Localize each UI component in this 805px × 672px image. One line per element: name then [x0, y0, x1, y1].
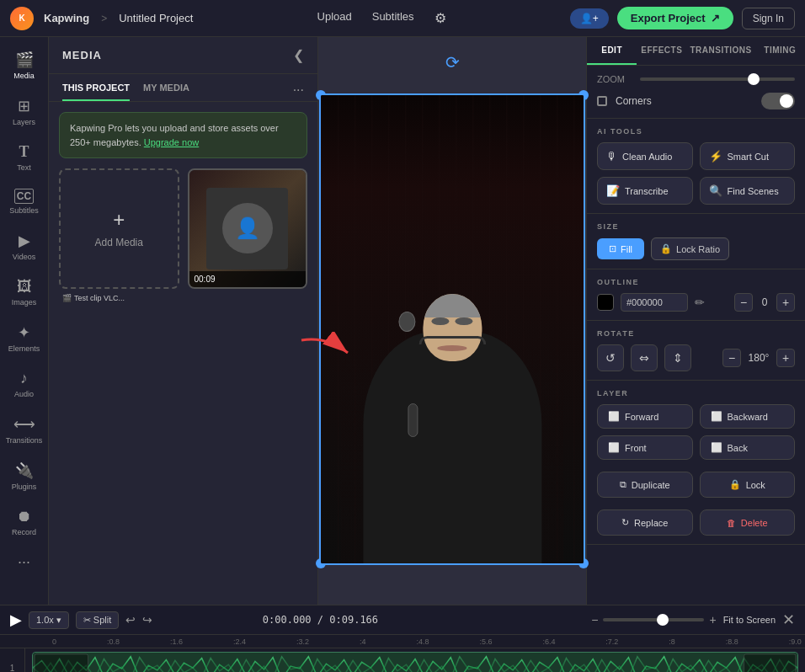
forward-icon: ⬜ — [608, 411, 620, 422]
media-more-icon[interactable]: ··· — [293, 83, 304, 101]
rotate-increase-button[interactable]: + — [776, 349, 795, 367]
rotate-decrease-button[interactable]: − — [722, 349, 741, 367]
media-duration: 00:09 — [195, 275, 301, 284]
sidebar-item-videos[interactable]: ▶ Videos — [3, 225, 45, 268]
fit-to-screen-button[interactable]: Fit to Screen — [723, 615, 776, 625]
subtitles-nav[interactable]: Subtitles — [372, 10, 414, 26]
tab-transitions[interactable]: TRANSITIONS — [686, 37, 754, 65]
tab-edit[interactable]: EDIT — [587, 37, 637, 65]
sidebar-item-images[interactable]: 🖼 Images — [3, 271, 45, 313]
corners-indicator — [597, 96, 607, 106]
media-panel: MEDIA ❮ THIS PROJECT MY MEDIA ··· Kapwin… — [49, 37, 318, 605]
sidebar-item-label: Transitions — [6, 436, 43, 445]
add-media-button[interactable]: + Add Media — [59, 168, 179, 289]
rotate-value: 180° — [744, 352, 773, 364]
rotate-row: ↺ ⇔ ⇕ − 180° + — [597, 344, 795, 371]
fill-button[interactable]: ⊡ Fill — [597, 238, 644, 259]
corners-toggle-thumb — [780, 94, 793, 108]
forward-button[interactable]: ⬜ Forward — [597, 404, 693, 429]
undo-button[interactable]: ↩ — [125, 613, 136, 627]
track-number-label: 1 — [0, 648, 25, 672]
lock-ratio-button[interactable]: 🔒 Lock Ratio — [651, 237, 729, 260]
outline-color-swatch[interactable] — [597, 294, 614, 311]
tab-this-project[interactable]: THIS PROJECT — [62, 83, 130, 101]
transcribe-button[interactable]: 📝 Transcribe — [597, 177, 693, 205]
redo-button[interactable]: ↪ — [142, 613, 152, 627]
ruler-mark: :8 — [669, 637, 675, 646]
canvas-container[interactable] — [321, 95, 584, 563]
signin-button[interactable]: Sign In — [742, 8, 795, 29]
right-panel-tabs: EDIT EFFECTS TRANSITIONS TIMING — [587, 37, 805, 66]
front-button[interactable]: ⬜ Front — [597, 435, 693, 460]
settings-icon[interactable]: ⚙ — [434, 10, 446, 26]
topbar: K Kapwing > Untitled Project Upload Subt… — [0, 0, 805, 37]
sidebar-item-audio[interactable]: ♪ Audio — [3, 363, 45, 405]
outline-title: OUTLINE — [597, 278, 795, 286]
smart-cut-button[interactable]: ⚡ Smart Cut — [700, 142, 796, 170]
media-panel-title: MEDIA — [62, 49, 102, 61]
upgrade-link[interactable]: Upgrade now — [144, 137, 199, 147]
rotate-reset-button[interactable]: ↺ — [597, 344, 624, 371]
sidebar-item-transitions[interactable]: ⟷ Transitions — [3, 408, 45, 451]
sidebar-item-elements[interactable]: ✦ Elements — [3, 317, 45, 360]
sidebar-item-layers[interactable]: ⊞ Layers — [3, 90, 45, 133]
record-icon: ⏺ — [17, 508, 32, 525]
corners-toggle[interactable] — [761, 93, 795, 109]
outline-increase-button[interactable]: + — [776, 293, 795, 312]
media-tabs: THIS PROJECT MY MEDIA ··· — [49, 74, 317, 102]
export-button[interactable]: Export Project ↗ — [617, 7, 733, 29]
clean-audio-button[interactable]: 🎙 Clean Audio — [597, 142, 693, 170]
outline-section: OUTLINE ✏ − 0 + — [587, 269, 805, 321]
media-panel-collapse-button[interactable]: ❮ — [293, 47, 304, 63]
rotate-title: ROTATE — [597, 329, 795, 338]
outline-hex-input[interactable] — [621, 293, 688, 312]
ruler-marks: 0 :0.8 :1.6 :2.4 :3.2 :4 :4.8 :5.6 :6.4 … — [49, 637, 805, 646]
media-thumb-overlay: 00:09 — [189, 271, 307, 287]
sidebar-item-text[interactable]: T Text — [3, 136, 45, 179]
replace-button[interactable]: ↻ Replace — [597, 509, 693, 536]
lock-button[interactable]: 🔒 Lock — [700, 472, 796, 498]
find-scenes-button[interactable]: 🔍 Find Scenes — [700, 177, 796, 205]
zoom-slider[interactable] — [640, 77, 795, 81]
ruler-mark: :5.6 — [479, 637, 492, 646]
layers-icon: ⊞ — [18, 97, 30, 115]
sidebar-item-media[interactable]: 🎬 Media — [3, 44, 45, 87]
size-section: SIZE ⊡ Fill 🔒 Lock Ratio — [587, 214, 805, 269]
back-button[interactable]: ⬜ Back — [700, 435, 796, 460]
duplicate-button[interactable]: ⧉ Duplicate — [597, 472, 693, 498]
timeline-tracks: 1 — [0, 648, 805, 672]
sidebar-item-subtitles[interactable]: CC Subtitles — [3, 182, 45, 221]
flip-horizontal-button[interactable]: ⇔ — [631, 344, 658, 371]
sidebar-item-label: Audio — [14, 390, 34, 398]
sidebar-item-label: Layers — [13, 118, 35, 126]
tab-timing[interactable]: TIMING — [755, 37, 805, 65]
upload-nav[interactable]: Upload — [317, 10, 352, 26]
play-button[interactable]: ▶ — [10, 611, 22, 629]
delete-button[interactable]: 🗑 Delete — [700, 509, 796, 536]
sidebar-item-record[interactable]: ⏺ Record — [3, 501, 45, 543]
lock-icon: 🔒 — [729, 479, 741, 490]
kapwing-logo[interactable]: K — [10, 7, 34, 30]
media-thumbnail[interactable]: 👤 00:09 — [188, 168, 308, 289]
sidebar-item-label: Images — [12, 298, 37, 307]
collab-button[interactable]: 👤+ — [570, 8, 609, 29]
split-button[interactable]: ✂ Split — [76, 611, 119, 629]
sidebar-item-more[interactable]: ··· — [3, 547, 45, 578]
zoom-out-icon[interactable]: − — [591, 613, 598, 627]
tab-effects[interactable]: EFFECTS — [637, 37, 686, 65]
topbar-right: 👤+ Export Project ↗ Sign In — [570, 7, 795, 29]
tab-my-media[interactable]: MY MEDIA — [143, 83, 189, 101]
outline-value: 0 — [756, 296, 773, 308]
sidebar-item-plugins[interactable]: 🔌 Plugins — [3, 455, 45, 498]
project-name[interactable]: Untitled Project — [119, 12, 193, 24]
zoom-in-icon[interactable]: + — [709, 613, 716, 627]
backward-button[interactable]: ⬜ Backward — [700, 404, 796, 429]
speed-button[interactable]: 1.0x ▾ — [29, 611, 69, 629]
layer-title: LAYER — [597, 389, 795, 397]
zoom-track-slider[interactable] — [603, 618, 704, 621]
timeline-close-button[interactable]: ✕ — [782, 611, 795, 629]
color-picker-icon[interactable]: ✏ — [695, 296, 705, 309]
video-clip[interactable] — [32, 652, 798, 672]
flip-vertical-button[interactable]: ⇕ — [664, 344, 691, 371]
outline-decrease-button[interactable]: − — [734, 293, 753, 312]
